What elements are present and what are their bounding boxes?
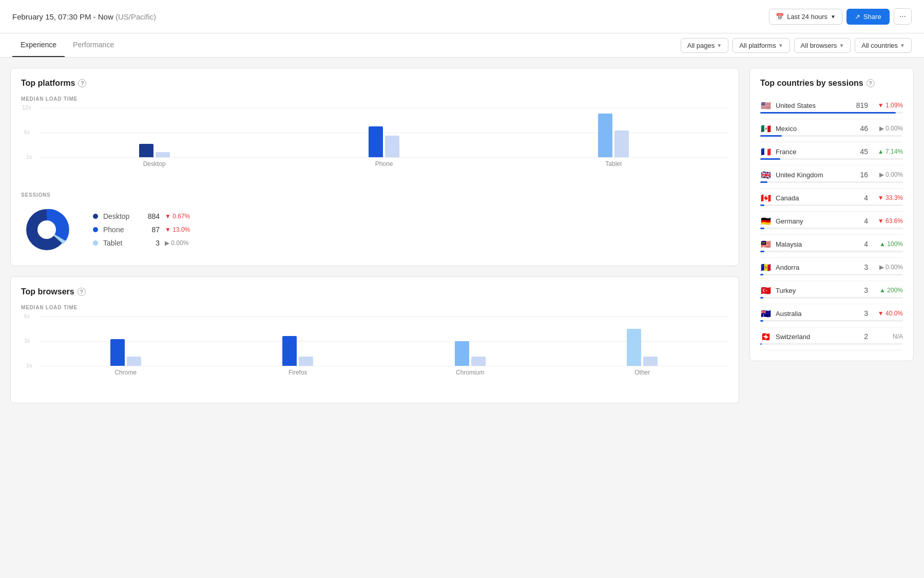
countries-info-icon[interactable]: ? xyxy=(867,79,875,87)
chromium-label: Chromium xyxy=(456,369,484,376)
desktop-legend-value: 884 xyxy=(139,212,160,220)
tablet-legend-change: ▶ 0.00% xyxy=(165,239,188,247)
svg-point-1 xyxy=(37,220,56,239)
tablet-dot xyxy=(93,240,98,246)
filter-platforms-label: All platforms xyxy=(739,42,776,49)
chromium-bar-group: Chromium xyxy=(455,341,486,376)
flag-gb: 🇬🇧 xyxy=(760,171,772,179)
desktop-prev-bar xyxy=(156,152,170,157)
chevron-down-icon: ▼ xyxy=(839,43,844,48)
desktop-current-bar xyxy=(139,144,153,157)
country-item-gb: 🇬🇧 United Kingdom 16 ▶ 0.00% xyxy=(760,165,903,189)
country-name-ca: Canada xyxy=(776,194,852,202)
filter-countries[interactable]: All countries ▼ xyxy=(855,38,912,53)
platforms-bars: Desktop Phone xyxy=(40,114,728,167)
country-name-ch: Switzerland xyxy=(776,333,852,341)
chrome-label: Chrome xyxy=(114,369,137,376)
platforms-info-icon[interactable]: ? xyxy=(78,79,86,87)
flag-tr: 🇹🇷 xyxy=(760,286,772,294)
country-item-tr: 🇹🇷 Turkey 3 ▲ 200% xyxy=(760,281,903,304)
filter-countries-label: All countries xyxy=(861,42,898,49)
country-item-ca: 🇨🇦 Canada 4 ▼ 33.3% xyxy=(760,189,903,212)
ellipsis-icon: ··· xyxy=(899,12,906,21)
country-count-tr: 3 xyxy=(856,286,868,294)
flag-ca: 🇨🇦 xyxy=(760,194,772,202)
country-name-my: Malaysia xyxy=(776,240,852,248)
other-label: Other xyxy=(634,369,650,376)
date-range: February 15, 07:30 PM - Now (US/Pacific) xyxy=(12,12,156,21)
country-list: 🇺🇸 United States 819 ▼ 1.09% 🇲🇽 Mexico 4… xyxy=(760,96,903,350)
country-name-us: United States xyxy=(776,102,852,109)
flag-my: 🇲🇾 xyxy=(760,240,772,248)
country-name-fr: France xyxy=(776,148,852,156)
firefox-label: Firefox xyxy=(288,369,307,376)
share-button[interactable]: ↗ Share xyxy=(846,9,890,25)
chromium-current-bar xyxy=(455,341,469,366)
browsers-grid-label-6s: 6s xyxy=(24,313,30,319)
share-label: Share xyxy=(863,13,881,21)
top-browsers-title: Top browsers ? xyxy=(21,287,728,296)
browsers-info-icon[interactable]: ? xyxy=(78,288,86,296)
country-change-tr: ▲ 200% xyxy=(872,287,903,294)
top-browsers-card: Top browsers ? MEDIAN LOAD TIME 6s 3s 1s xyxy=(10,276,739,403)
tab-performance[interactable]: Performance xyxy=(65,33,122,57)
phone-legend-value: 87 xyxy=(139,226,160,234)
top-countries-card: Top countries by sessions ? 🇺🇸 United St… xyxy=(749,68,914,361)
country-name-de: Germany xyxy=(776,217,852,225)
country-change-fr: ▲ 7.14% xyxy=(872,148,903,155)
desktop-legend-change: ▼ 0.67% xyxy=(165,213,190,220)
nav-filters: All pages ▼ All platforms ▼ All browsers… xyxy=(681,34,912,57)
filter-browsers[interactable]: All browsers ▼ xyxy=(794,38,851,53)
time-range-button[interactable]: 📅 Last 24 hours ▼ xyxy=(769,9,842,25)
other-prev-bar xyxy=(643,357,658,366)
desktop-bar-group: Desktop xyxy=(139,144,170,167)
share-icon: ↗ xyxy=(855,13,860,21)
left-column: Top platforms ? MEDIAN LOAD TIME 12s 6s … xyxy=(10,68,739,403)
other-current-bar xyxy=(627,329,641,366)
tablet-legend-name: Tablet xyxy=(103,239,134,247)
desktop-dot xyxy=(93,214,98,219)
country-count-fr: 45 xyxy=(856,147,868,156)
filter-pages[interactable]: All pages ▼ xyxy=(681,38,728,53)
median-load-label: MEDIAN LOAD TIME xyxy=(21,96,728,102)
more-options-button[interactable]: ··· xyxy=(894,8,912,25)
phone-current-bar xyxy=(369,126,383,157)
country-count-ch: 2 xyxy=(856,332,868,341)
nav-tabs: Experience Performance xyxy=(12,33,122,57)
timezone: (US/Pacific) xyxy=(116,12,156,21)
platforms-bar-chart: 12s 6s 1s Desktop xyxy=(21,108,728,180)
tablet-current-bar xyxy=(598,114,612,157)
country-count-ad: 3 xyxy=(856,263,868,271)
grid-label-12s: 12s xyxy=(22,104,31,110)
filter-pages-label: All pages xyxy=(687,42,715,49)
time-range-label: Last 24 hours xyxy=(787,13,827,21)
flag-ad: 🇦🇩 xyxy=(760,263,772,271)
browsers-grid-label-3s: 3s xyxy=(24,338,30,344)
country-item-fr: 🇫🇷 France 45 ▲ 7.14% xyxy=(760,142,903,165)
legend-tablet: Tablet 3 ▶ 0.00% xyxy=(93,239,190,247)
country-item-my: 🇲🇾 Malaysia 4 ▲ 100% xyxy=(760,235,903,258)
chrome-prev-bar xyxy=(127,357,141,366)
flag-fr: 🇫🇷 xyxy=(760,147,772,156)
tablet-legend-value: 3 xyxy=(139,239,160,247)
phone-legend-name: Phone xyxy=(103,226,134,234)
grid-label-1s: 1s xyxy=(26,154,32,160)
country-name-mx: Mexico xyxy=(776,125,852,133)
country-name-gb: United Kingdom xyxy=(776,171,852,179)
top-platforms-card: Top platforms ? MEDIAN LOAD TIME 12s 6s … xyxy=(10,68,739,266)
browsers-bars: Chrome Firefox xyxy=(40,329,728,376)
chevron-down-icon: ▼ xyxy=(778,43,783,48)
flag-de: 🇩🇪 xyxy=(760,217,772,225)
country-change-au: ▼ 40.0% xyxy=(872,310,903,317)
chevron-down-icon: ▼ xyxy=(831,14,836,20)
country-count-ca: 4 xyxy=(856,194,868,202)
pie-chart xyxy=(21,204,72,255)
country-count-de: 4 xyxy=(856,217,868,225)
country-item-mx: 🇲🇽 Mexico 46 ▶ 0.00% xyxy=(760,119,903,142)
filter-platforms[interactable]: All platforms ▼ xyxy=(733,38,790,53)
phone-label: Phone xyxy=(375,160,393,167)
firefox-prev-bar xyxy=(299,357,313,366)
tab-experience[interactable]: Experience xyxy=(12,33,65,57)
phone-dot xyxy=(93,227,98,232)
flag-au: 🇦🇺 xyxy=(760,309,772,318)
